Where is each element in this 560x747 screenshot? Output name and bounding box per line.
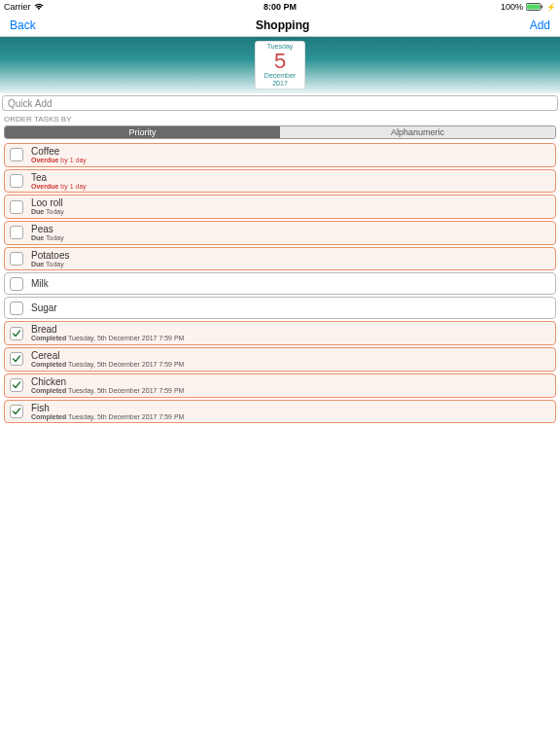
task-row[interactable]: CerealCompleted Tuesday, 5th December 20… xyxy=(4,347,556,372)
task-subtext: Completed Tuesday, 5th December 2017 7:5… xyxy=(31,413,184,421)
task-checkbox[interactable] xyxy=(10,302,23,315)
task-content: ChickenCompleted Tuesday, 5th December 2… xyxy=(31,376,184,395)
add-button[interactable]: Add xyxy=(530,18,550,32)
task-subtext: Overdue by 1 day xyxy=(31,157,87,164)
task-name: Coffee xyxy=(31,146,87,157)
quick-add-input[interactable]: Quick Add xyxy=(2,95,558,111)
segmented-control: Priority Alphanumeric xyxy=(4,125,556,139)
task-row[interactable]: BreadCompleted Tuesday, 5th December 201… xyxy=(4,321,556,345)
date-day: 5 xyxy=(274,51,286,72)
task-checkbox[interactable] xyxy=(10,148,23,161)
task-content: TeaOverdue by 1 day xyxy=(31,172,87,191)
date-month: December xyxy=(264,72,296,80)
task-name: Bread xyxy=(31,324,184,335)
status-time: 8:00 PM xyxy=(263,2,297,12)
task-name: Chicken xyxy=(31,376,184,387)
task-content: CoffeeOverdue by 1 day xyxy=(31,146,87,164)
header-band: Tuesday 5 December 2017 xyxy=(0,37,560,93)
task-name: Potatoes xyxy=(31,250,69,261)
task-row[interactable]: TeaOverdue by 1 day xyxy=(4,169,556,194)
tab-priority[interactable]: Priority xyxy=(5,126,280,138)
task-row[interactable]: Loo rollDue Today xyxy=(4,195,556,219)
back-button[interactable]: Back xyxy=(10,18,36,32)
wifi-icon xyxy=(34,3,44,11)
task-checkbox[interactable] xyxy=(10,200,23,214)
task-content: CerealCompleted Tuesday, 5th December 20… xyxy=(31,350,184,369)
task-name: Tea xyxy=(31,172,87,183)
tab-alphanumeric[interactable]: Alphanumeric xyxy=(280,126,555,138)
task-content: PeasDue Today xyxy=(31,224,64,242)
order-tasks-label: ORDER TASKS BY xyxy=(0,113,560,125)
task-checkbox[interactable] xyxy=(10,352,23,366)
date-card[interactable]: Tuesday 5 December 2017 xyxy=(255,41,305,89)
task-subtext: Due Today xyxy=(31,234,64,242)
carrier-label: Carrier xyxy=(4,2,31,12)
task-row[interactable]: FishCompleted Tuesday, 5th December 2017… xyxy=(4,400,556,424)
task-name: Loo roll xyxy=(31,197,64,208)
svg-rect-2 xyxy=(542,6,542,9)
task-name: Milk xyxy=(31,278,49,289)
task-row[interactable]: Milk xyxy=(4,272,556,295)
task-row[interactable]: Sugar xyxy=(4,297,556,319)
task-subtext: Overdue by 1 day xyxy=(31,183,87,191)
task-checkbox[interactable] xyxy=(10,277,23,291)
task-checkbox[interactable] xyxy=(10,327,23,340)
battery-pct: 100% xyxy=(501,2,523,12)
task-checkbox[interactable] xyxy=(10,378,23,392)
task-row[interactable]: ChickenCompleted Tuesday, 5th December 2… xyxy=(4,374,556,398)
task-row[interactable]: PotatoesDue Today xyxy=(4,247,556,271)
task-name: Sugar xyxy=(31,302,57,313)
status-bar: Carrier 8:00 PM 100% ⚡ xyxy=(0,0,560,14)
page-title: Shopping xyxy=(256,18,309,32)
task-name: Fish xyxy=(31,403,184,413)
task-content: Milk xyxy=(31,278,49,289)
task-content: FishCompleted Tuesday, 5th December 2017… xyxy=(31,403,184,421)
task-checkbox[interactable] xyxy=(10,252,23,266)
task-subtext: Due Today xyxy=(31,261,69,268)
svg-rect-1 xyxy=(527,5,540,10)
task-content: Loo rollDue Today xyxy=(31,197,64,216)
charging-icon: ⚡ xyxy=(546,3,556,12)
task-list: CoffeeOverdue by 1 dayTeaOverdue by 1 da… xyxy=(0,143,560,423)
task-subtext: Completed Tuesday, 5th December 2017 7:5… xyxy=(31,387,184,395)
task-subtext: Completed Tuesday, 5th December 2017 7:5… xyxy=(31,335,184,342)
task-row[interactable]: PeasDue Today xyxy=(4,221,556,245)
task-name: Cereal xyxy=(31,350,184,361)
task-content: Sugar xyxy=(31,302,57,313)
task-subtext: Due Today xyxy=(31,208,64,216)
task-name: Peas xyxy=(31,224,64,234)
task-content: BreadCompleted Tuesday, 5th December 201… xyxy=(31,324,184,342)
task-subtext: Completed Tuesday, 5th December 2017 7:5… xyxy=(31,361,184,369)
task-content: PotatoesDue Today xyxy=(31,250,69,268)
task-checkbox[interactable] xyxy=(10,405,23,418)
task-checkbox[interactable] xyxy=(10,226,23,239)
battery-icon xyxy=(526,3,543,11)
task-checkbox[interactable] xyxy=(10,174,23,188)
date-year: 2017 xyxy=(272,80,288,88)
task-row[interactable]: CoffeeOverdue by 1 day xyxy=(4,143,556,167)
nav-bar: Back Shopping Add xyxy=(0,14,560,37)
quick-add-placeholder: Quick Add xyxy=(8,98,52,109)
